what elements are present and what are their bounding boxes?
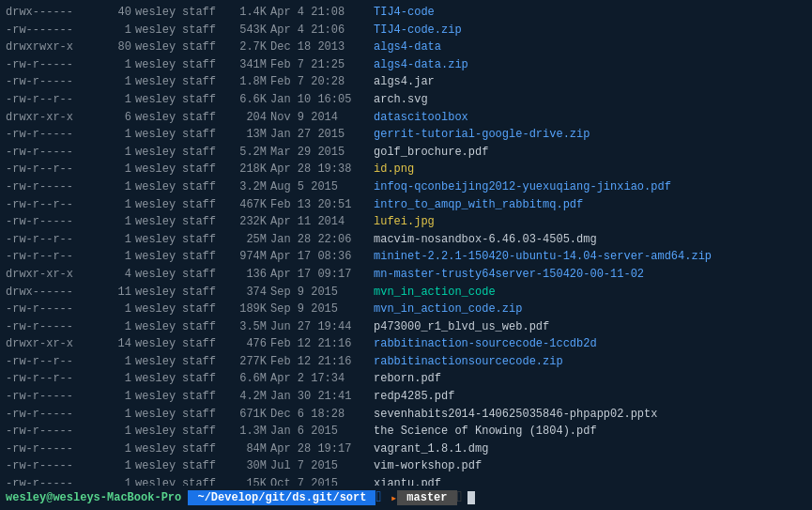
file-size: 4.2M xyxy=(222,388,267,406)
file-name[interactable]: macvim-nosandbox-6.46.03-4505.dmg xyxy=(374,231,597,249)
file-name[interactable]: arch.svg xyxy=(374,91,428,109)
file-name[interactable]: infoq-qconbeijing2012-yuexuqiang-jinxiao… xyxy=(374,178,671,196)
file-group: staff xyxy=(182,196,222,214)
file-perms: -rw-r--r-- xyxy=(6,196,109,214)
file-name[interactable]: p473000_r1_blvd_us_web.pdf xyxy=(374,318,549,336)
file-links: 1 xyxy=(109,56,131,74)
file-group: staff xyxy=(182,178,222,196)
file-date: Jan 10 16:05 xyxy=(270,91,374,109)
prompt-path: ~/Develop/git/ds.git/sort xyxy=(188,490,375,505)
file-name[interactable]: algs4.jar xyxy=(374,73,435,91)
file-name[interactable]: the Science of Knowing (1804).pdf xyxy=(374,423,597,440)
file-group: staff xyxy=(182,213,222,231)
file-owner: wesley xyxy=(135,353,182,371)
file-row: -rw-r-----1 wesleystaff5.2M Mar 29 2015 … xyxy=(6,144,806,162)
file-links: 80 xyxy=(109,39,131,56)
file-links: 1 xyxy=(109,370,131,388)
file-perms: drwxrwxr-x xyxy=(6,39,109,56)
file-perms: -rw-r--r-- xyxy=(6,248,109,266)
file-row: -rw-r-----1 wesleystaff4.2M Jan 30 21:41… xyxy=(6,388,806,406)
file-name[interactable]: id.png xyxy=(374,161,414,178)
file-name[interactable]: mn-master-trusty64server-150420-00-11-02 xyxy=(374,266,644,284)
file-size: 374 xyxy=(222,284,267,301)
file-size: 25M xyxy=(222,231,267,249)
file-date: Dec 6 18:28 xyxy=(270,406,374,424)
file-name[interactable]: intro_to_amqp_with_rabbitmq.pdf xyxy=(374,196,583,214)
file-name[interactable]: TIJ4-code xyxy=(374,4,435,22)
file-perms: -rw-r----- xyxy=(6,213,109,231)
file-links: 1 xyxy=(109,213,131,231)
file-date: Aug 5 2015 xyxy=(270,178,374,196)
file-links: 1 xyxy=(109,73,131,91)
file-date: Jan 30 21:41 xyxy=(270,388,374,406)
file-links: 1 xyxy=(109,22,131,39)
file-links: 11 xyxy=(109,284,131,301)
file-name[interactable]: vim-workshop.pdf xyxy=(374,457,482,475)
file-name[interactable]: vagrant_1.8.1.dmg xyxy=(374,440,488,458)
file-size: 218K xyxy=(222,161,267,178)
file-row: drwxr-xr-x4 wesleystaff136 Apr 17 09:17 … xyxy=(6,266,806,284)
file-perms: drwxr-xr-x xyxy=(6,335,109,353)
file-name[interactable]: rabbitinaction-sourcecode-1ccdb2d xyxy=(374,335,597,353)
file-row: -rw-r-----1 wesleystaff1.3M Jan 6 2015 t… xyxy=(6,423,806,440)
file-group: staff xyxy=(182,266,222,284)
file-owner: wesley xyxy=(135,231,182,249)
file-perms: -rw-r--r-- xyxy=(6,353,109,371)
file-links: 1 xyxy=(109,406,131,424)
file-group: staff xyxy=(182,39,222,56)
file-owner: wesley xyxy=(135,39,182,56)
file-name[interactable]: TIJ4-code.zip xyxy=(374,22,462,39)
file-size: 3.2M xyxy=(222,178,267,196)
file-owner: wesley xyxy=(135,301,182,318)
file-owner: wesley xyxy=(135,423,182,440)
file-perms: -rw-r----- xyxy=(6,126,109,144)
file-perms: -rw-r----- xyxy=(6,144,109,162)
file-date: Apr 28 19:38 xyxy=(270,161,374,178)
file-size: 974M xyxy=(222,248,267,266)
file-date: Mar 29 2015 xyxy=(270,144,374,162)
file-name[interactable]: mvn_in_action_code.zip xyxy=(374,301,522,318)
branch-name: master xyxy=(406,491,447,504)
file-date: Jan 6 2015 xyxy=(270,423,374,440)
file-date: Apr 17 09:17 xyxy=(270,266,374,284)
file-name[interactable]: mvn_in_action_code xyxy=(374,284,496,301)
file-group: staff xyxy=(182,370,222,388)
file-links: 14 xyxy=(109,335,131,353)
file-size: 5.2M xyxy=(222,144,267,162)
file-links: 1 xyxy=(109,318,131,336)
file-name[interactable]: redp4285.pdf xyxy=(374,388,454,406)
file-row: -rw-r-----1 wesleystaff15K Oct 7 2015 xi… xyxy=(6,475,806,486)
file-name[interactable]: mininet-2.2.1-150420-ubuntu-14.04-server… xyxy=(374,248,712,266)
file-owner: wesley xyxy=(135,196,182,214)
file-name[interactable]: algs4-data.zip xyxy=(374,56,468,74)
file-name[interactable]: xiantu.pdf xyxy=(374,475,441,486)
file-row: -rw-r--r--1 wesleystaff6.6M Apr 2 17:34 … xyxy=(6,370,806,388)
file-date: Jul 7 2015 xyxy=(270,457,374,475)
file-name[interactable]: datascitoolbox xyxy=(374,109,468,127)
file-owner: wesley xyxy=(135,22,182,39)
file-name[interactable]: sevenhabits2014-140625035846-phpapp02.pp… xyxy=(374,406,657,424)
file-name[interactable]: rabbitinactionsourcecode.zip xyxy=(374,353,563,371)
file-name[interactable]: golf_brochure.pdf xyxy=(374,144,488,162)
file-name[interactable]: algs4-data xyxy=(374,39,441,56)
file-links: 1 xyxy=(109,440,131,458)
file-links: 1 xyxy=(109,248,131,266)
file-perms: drwxr-xr-x xyxy=(6,109,109,127)
prompt-arrow-end:  xyxy=(375,490,385,505)
file-owner: wesley xyxy=(135,318,182,336)
file-group: staff xyxy=(182,301,222,318)
file-row: -rw-r--r--1 wesleystaff218K Apr 28 19:38… xyxy=(6,161,806,178)
file-group: staff xyxy=(182,284,222,301)
file-name[interactable]: lufei.jpg xyxy=(374,213,435,231)
file-perms: -rw------- xyxy=(6,22,109,39)
file-links: 1 xyxy=(109,231,131,249)
file-links: 4 xyxy=(109,266,131,284)
prompt-user: wesley@wesleys-MacBook-Pro xyxy=(6,491,181,504)
file-group: staff xyxy=(182,126,222,144)
file-name[interactable]: gerrit-tutorial-google-drive.zip xyxy=(374,126,590,144)
file-links: 1 xyxy=(109,196,131,214)
file-perms: -rw-r--r-- xyxy=(6,231,109,249)
file-date: Sep 9 2015 xyxy=(270,284,374,301)
file-list: drwx------40 wesleystaff1.4K Apr 4 21:08… xyxy=(0,0,812,486)
file-name[interactable]: reborn.pdf xyxy=(374,370,441,388)
